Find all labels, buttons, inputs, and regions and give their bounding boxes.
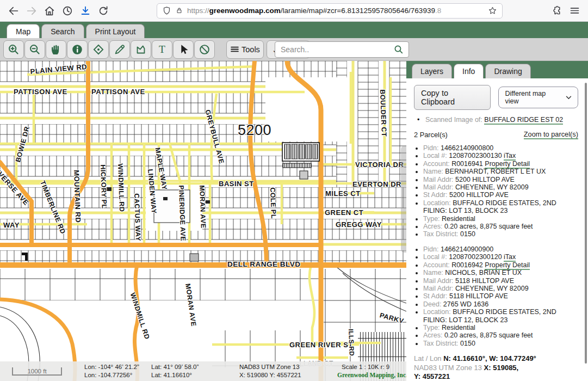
copy-to-clipboard-button[interactable]: Copy to Clipboard xyxy=(414,85,491,110)
parcel-field: Mail Addr: CHEYENNE, WY 82009 xyxy=(423,285,578,292)
tab-layers[interactable]: Layers xyxy=(412,64,452,78)
parcel-field: Deed: 2765 WD 1636 xyxy=(423,300,578,308)
tools-menu-icon xyxy=(230,45,239,54)
tab-print-layout[interactable]: Print Layout xyxy=(86,24,145,38)
map-toolbar: T Tools Jump To xyxy=(0,38,588,61)
back-button[interactable] xyxy=(4,2,22,20)
history-icon xyxy=(61,5,73,17)
parcel-link[interactable]: iTax xyxy=(504,253,516,262)
map-view-select[interactable]: Different map view xyxy=(498,87,578,108)
parcel-field: Account: R0016941 Property Detail xyxy=(423,160,578,168)
zoom-to-parcels-link[interactable]: Zoom to parcel(s) xyxy=(524,130,578,139)
hamburger-menu-icon xyxy=(569,5,580,16)
map-side-handle[interactable] xyxy=(401,146,406,253)
lon-dms: Lon: -104° 46’ 21.2” xyxy=(84,363,139,371)
zoom-in-button[interactable] xyxy=(3,40,24,59)
parcel-field: Acres: 0.20 acres, 8,875 square feet xyxy=(423,331,578,339)
shield-icon xyxy=(162,6,171,15)
parcel-field: Pidn: 14662140900900 xyxy=(423,245,578,253)
parcel-field: Location: BUFFALO RIDGE ESTATES, 2ND FIL… xyxy=(423,199,578,215)
utm-xy: X: 519080 Y: 4557221 xyxy=(239,371,301,379)
parcel-field: Location: BUFFALO RIDGE ESTATES, 2ND FIL… xyxy=(423,308,578,324)
datum-label: NAD83 UTM Zone 13 xyxy=(239,363,300,371)
browser-toolbar: https://greenwoodmap.com/laramie/map#zcr… xyxy=(0,0,588,22)
tab-info[interactable]: Info xyxy=(454,64,484,78)
parcel-count: 2 Parcel(s) xyxy=(414,131,448,139)
scale-bar: 1000 ft xyxy=(12,367,62,376)
geolocate-button[interactable] xyxy=(88,40,109,59)
lock-icon xyxy=(175,7,183,15)
zoom-out-button[interactable] xyxy=(24,40,45,59)
credit-text: Greenwood Mapping, Inc. xyxy=(337,371,406,379)
tab-search[interactable]: Search xyxy=(41,24,84,38)
map-status-bar: 1000 ft Lon: -104° 46’ 21.2” Lon: -104.7… xyxy=(0,361,406,381)
parcel-list: Pidn: 14662140900800Local #: 12087002300… xyxy=(414,144,578,347)
parcel-field: St Addr: 5200 HILLTOP AVE xyxy=(423,191,578,199)
tab-map[interactable]: Map xyxy=(7,24,40,38)
parcel-field: Tax District: 0150 xyxy=(423,230,578,238)
parcel-field: Mail Addr: 5118 HILLTOP AVE xyxy=(423,277,578,285)
puzzle-icon xyxy=(551,5,562,16)
search-icon[interactable] xyxy=(393,44,404,55)
map-canvas[interactable]: PLAIN VIEW RDPATTISON AVEPATTISON AVEBOW… xyxy=(0,61,406,381)
scanned-image-label: Scanned Image of: xyxy=(425,116,482,124)
forward-button[interactable] xyxy=(22,2,40,20)
scanned-image-line: Scanned Image of: BUFFALO RIDGE EST 02 xyxy=(417,116,578,124)
scale-text: Scale 1 : 10K r: 9 xyxy=(342,363,389,371)
locate-target-icon xyxy=(92,43,105,56)
chevron-down-icon xyxy=(566,96,572,100)
parcel-field: Account: R0016942 Property Detail xyxy=(423,261,578,269)
text-tool-icon: T xyxy=(156,43,169,56)
parcel-field: Acres: 0.20 acres, 8,875 square feet xyxy=(423,223,578,230)
search-box xyxy=(275,41,409,58)
zoom-out-icon xyxy=(28,43,41,56)
panel-scrollbar[interactable] xyxy=(585,83,587,364)
lat-dec: Lat: 41.16610° xyxy=(151,371,192,379)
bookmark-star-icon[interactable] xyxy=(488,6,497,15)
pointer-cursor-icon xyxy=(177,43,190,56)
identify-button[interactable] xyxy=(67,40,88,59)
reload-icon xyxy=(97,5,109,17)
extensions-button[interactable] xyxy=(548,2,566,20)
tab-drawing[interactable]: Drawing xyxy=(485,64,530,78)
draw-polygon-button[interactable] xyxy=(131,40,151,59)
home-icon xyxy=(44,5,55,17)
info-panel-content: Copy to Clipboard Different map view Sca… xyxy=(406,78,588,381)
coordinate-line: Y: 4557221 xyxy=(414,372,578,381)
parcel-field: Name: NICHOLS, BRIAN ET UX xyxy=(423,269,578,276)
lat-dms: Lat: 41° 09’ 58.0” xyxy=(151,363,199,371)
home-button[interactable] xyxy=(40,2,58,20)
lon-dec: Lon: -104.77256° xyxy=(84,371,132,379)
panel-tabs: Layers Info Drawing xyxy=(412,64,531,78)
no-entry-icon xyxy=(198,43,211,56)
polygon-icon xyxy=(134,43,147,56)
parcel-field: Pidn: 14662140900800 xyxy=(423,144,578,152)
parcel-info: Pidn: 14662140900900Local #: 12087002300… xyxy=(414,245,578,347)
tools-button[interactable]: Tools xyxy=(226,40,264,59)
history-button[interactable] xyxy=(58,2,76,20)
info-panel: Layers Info Drawing Copy to Clipboard Di… xyxy=(406,61,588,381)
url-text: https://greenwoodmap.com/laramie/map#zcr… xyxy=(187,7,484,15)
parcel-field: Local #: 12087002300120 iTax xyxy=(423,253,578,261)
clear-button[interactable] xyxy=(194,40,215,59)
measure-button[interactable] xyxy=(109,40,130,59)
map-drawing xyxy=(0,61,406,381)
app-tabs: Map Search Print Layout xyxy=(7,24,145,38)
parcel-field: Mail Addr: CHEYENNE, WY 82009 xyxy=(423,183,578,191)
zoom-in-icon xyxy=(7,43,20,56)
select-button[interactable] xyxy=(173,40,194,59)
reload-button[interactable] xyxy=(94,2,112,20)
url-bar[interactable]: https://greenwoodmap.com/laramie/map#zcr… xyxy=(157,3,503,19)
map-view-select-label: Different map view xyxy=(505,90,561,105)
coordinate-line: Lat / Lon N: 41.16610°, W: 104.77249° xyxy=(414,354,578,364)
add-text-button[interactable]: T xyxy=(152,40,172,59)
parcel-field: Local #: 12087002300130 iTax xyxy=(423,152,578,159)
svg-text:T: T xyxy=(159,44,165,55)
search-input[interactable] xyxy=(280,45,393,54)
menu-button[interactable] xyxy=(566,2,584,20)
downloads-button[interactable] xyxy=(76,2,94,20)
scanned-image-link[interactable]: BUFFALO RIDGE EST 02 xyxy=(484,116,563,125)
app-header: Map Search Print Layout xyxy=(0,22,588,38)
pan-button[interactable] xyxy=(46,40,66,59)
parcel-field: Name: BERNHARDT, ROBERT L ET UX xyxy=(423,168,578,175)
